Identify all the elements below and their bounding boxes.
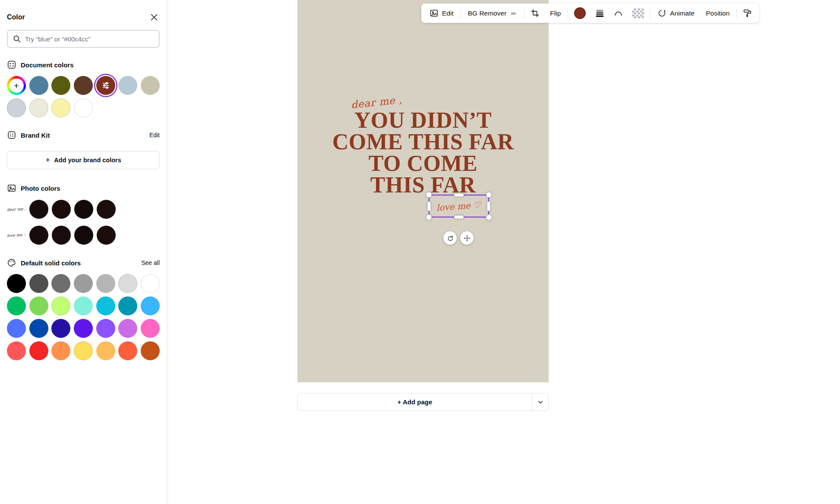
resize-handle-bottom-right[interactable] bbox=[486, 214, 492, 220]
flip-button[interactable]: Flip bbox=[544, 3, 566, 23]
add-brand-colors-button[interactable]: + Add your brand colors bbox=[7, 151, 160, 169]
panel-title: Color bbox=[7, 13, 25, 21]
selected-script-text[interactable]: love me ♡ bbox=[436, 199, 481, 213]
copy-style-icon[interactable] bbox=[738, 3, 757, 23]
default-color-swatch[interactable] bbox=[29, 274, 48, 293]
add-color-button[interactable]: + bbox=[7, 76, 26, 95]
color-search[interactable] bbox=[7, 30, 160, 48]
title-line: THIS FAR bbox=[297, 174, 549, 196]
transparency-icon[interactable] bbox=[628, 3, 649, 23]
default-color-swatch[interactable] bbox=[96, 341, 115, 360]
default-color-swatch[interactable] bbox=[74, 274, 93, 293]
default-color-swatch[interactable] bbox=[7, 341, 26, 360]
curve-icon[interactable] bbox=[609, 3, 628, 23]
color-search-input[interactable] bbox=[25, 35, 154, 43]
design-page[interactable]: dear me , YOU DIDN’TCOME THIS FARTO COME… bbox=[297, 0, 549, 382]
move-button[interactable] bbox=[460, 231, 474, 245]
search-icon bbox=[13, 35, 21, 43]
document-color-swatch[interactable] bbox=[51, 98, 70, 117]
title-text[interactable]: YOU DIDN’TCOME THIS FARTO COMETHIS FAR bbox=[297, 110, 549, 196]
default-color-swatch[interactable] bbox=[141, 274, 160, 293]
default-color-swatch[interactable] bbox=[74, 296, 93, 315]
default-color-swatch[interactable] bbox=[118, 341, 137, 360]
default-color-swatch[interactable] bbox=[7, 296, 26, 315]
photo-color-swatch[interactable] bbox=[74, 200, 93, 219]
photo-color-swatch[interactable] bbox=[52, 200, 71, 219]
document-color-swatch[interactable] bbox=[51, 76, 70, 95]
bg-remover-button[interactable]: BG Remover bbox=[462, 3, 523, 23]
resize-handle-bottom-left[interactable] bbox=[426, 214, 432, 220]
selected-color-swatch[interactable] bbox=[96, 76, 115, 95]
photo-color-swatch[interactable] bbox=[29, 200, 48, 219]
document-color-swatch[interactable] bbox=[118, 76, 137, 95]
photo-color-swatch[interactable] bbox=[74, 226, 93, 245]
toolbar-divider bbox=[650, 8, 651, 19]
default-color-swatch[interactable] bbox=[29, 319, 48, 338]
animate-button[interactable]: Animate bbox=[652, 3, 700, 23]
stroke-weight-icon[interactable] bbox=[591, 3, 609, 23]
see-all-link[interactable]: See all bbox=[141, 259, 160, 266]
canvas-area: dear me , YOU DIDN’TCOME THIS FARTO COME… bbox=[167, 0, 840, 504]
default-color-swatch[interactable] bbox=[7, 274, 26, 293]
default-color-swatch[interactable] bbox=[74, 319, 93, 338]
color-swatch-button[interactable] bbox=[569, 3, 591, 23]
default-color-swatch[interactable] bbox=[29, 341, 48, 360]
default-color-swatch[interactable] bbox=[96, 296, 115, 315]
selection-box[interactable]: love me ♡ bbox=[429, 195, 489, 217]
document-color-swatch[interactable] bbox=[29, 76, 48, 95]
document-color-swatch[interactable] bbox=[74, 76, 93, 95]
default-color-swatch[interactable] bbox=[96, 274, 115, 293]
position-button[interactable]: Position bbox=[700, 3, 735, 23]
default-color-swatch[interactable] bbox=[51, 341, 70, 360]
default-color-swatch[interactable] bbox=[118, 274, 137, 293]
document-color-swatch[interactable] bbox=[7, 98, 26, 117]
document-colors-grid: + bbox=[7, 76, 160, 117]
brand-kit-edit-link[interactable]: Edit bbox=[149, 132, 160, 139]
document-color-swatch[interactable] bbox=[141, 76, 160, 95]
resize-handle-top-left[interactable] bbox=[426, 192, 432, 198]
default-color-swatch[interactable] bbox=[96, 319, 115, 338]
default-color-swatch[interactable] bbox=[141, 319, 160, 338]
plus-icon: + bbox=[45, 155, 50, 165]
photo-colors-label: Photo colors bbox=[21, 185, 60, 192]
toolbar-divider bbox=[461, 8, 461, 19]
resize-handle-right[interactable] bbox=[487, 201, 490, 211]
palette-icon bbox=[7, 258, 16, 268]
resize-handle-bottom[interactable] bbox=[454, 215, 464, 219]
default-color-swatch[interactable] bbox=[141, 341, 160, 360]
document-color-swatch[interactable] bbox=[74, 98, 93, 117]
context-toolbar: Edit BG Remover Flip bbox=[421, 3, 759, 23]
add-page-button[interactable]: + Add page bbox=[298, 394, 532, 410]
photo-color-swatch[interactable] bbox=[29, 226, 48, 245]
default-color-swatch[interactable] bbox=[141, 296, 160, 315]
default-color-swatch[interactable] bbox=[51, 319, 70, 338]
resize-handle-left[interactable] bbox=[427, 201, 431, 211]
default-color-swatch[interactable] bbox=[51, 296, 70, 315]
document-colors-icon bbox=[7, 60, 16, 69]
current-color-swatch bbox=[574, 7, 586, 19]
default-color-swatch[interactable] bbox=[7, 319, 26, 338]
photo-color-swatch[interactable] bbox=[97, 226, 116, 245]
collapse-page-chevron-icon[interactable] bbox=[532, 394, 548, 410]
photo-color-swatch[interactable] bbox=[97, 200, 116, 219]
rotate-button[interactable] bbox=[443, 231, 457, 245]
resize-handle-top-right[interactable] bbox=[486, 192, 492, 198]
title-line: YOU DIDN’T bbox=[297, 110, 549, 131]
photo-color-swatch[interactable] bbox=[52, 226, 71, 245]
add-page-bar: + Add page bbox=[297, 393, 549, 411]
document-color-swatch[interactable] bbox=[29, 98, 48, 117]
default-color-swatch[interactable] bbox=[51, 274, 70, 293]
close-icon[interactable] bbox=[148, 12, 160, 23]
photo-thumbnail: dear me , bbox=[7, 207, 26, 212]
crop-icon[interactable] bbox=[526, 3, 544, 23]
photo-colors-row: love me ♡ bbox=[7, 226, 160, 245]
resize-handle-top[interactable] bbox=[454, 193, 464, 197]
edit-button[interactable]: Edit bbox=[424, 3, 459, 23]
title-line: COME THIS FAR bbox=[297, 131, 549, 153]
default-color-swatch[interactable] bbox=[118, 319, 137, 338]
default-color-swatch[interactable] bbox=[74, 341, 93, 360]
toolbar-divider bbox=[736, 8, 737, 19]
default-color-swatch[interactable] bbox=[118, 296, 137, 315]
toolbar-divider bbox=[524, 8, 524, 19]
default-color-swatch[interactable] bbox=[29, 296, 48, 315]
